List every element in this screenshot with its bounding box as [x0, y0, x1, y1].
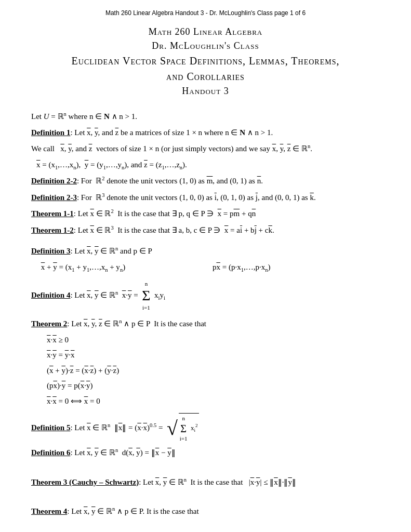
z-vec: z — [115, 128, 119, 137]
y-vec: y — [95, 128, 98, 137]
definition-1: Definition 1: Let x, y, and z be a matri… — [31, 126, 380, 140]
def5-label: Definition 5 — [31, 423, 70, 432]
definition-3-equations: x + y = (x1 + y1,…,xn + yn) px = (p·x1,…… — [31, 261, 380, 275]
page: Math 260 Linear Algebra Handout 3 - Dr. … — [0, 0, 411, 532]
title-line1: Math 260 Linear Algebra — [31, 25, 380, 39]
thm1-1-label: Theorem 1-1 — [31, 209, 74, 218]
definition-2-3: Definition 2-3: For ℝ3 denote the unit v… — [31, 191, 380, 205]
theorem-2-head: Theorem 2: Let x, y, z ∈ ℝn ∧ p ∈ P It i… — [31, 317, 380, 331]
page-header: Math 260 Linear Algebra Handout 3 - Dr. … — [31, 9, 380, 17]
def4-sum: n Σ i=1 — [142, 279, 150, 313]
thm2-line4: (px)·y = p(x·y) — [47, 379, 380, 393]
title-line4: and Corollaries — [31, 69, 380, 84]
definition-6: Definition 6: Let x, y ∈ ℝn d(x, y) = ‖x… — [31, 446, 380, 460]
vectors-components: x = (x1,…,xn), y = (y1,…,yn), and z = (z… — [36, 158, 380, 172]
thm2-line3: (x + y)·z = (x·z) + (y·z) — [47, 364, 380, 378]
def5-sqrt: √ n Σ i=1 xi2 — [167, 413, 199, 443]
def6-label: Definition 6 — [31, 448, 70, 457]
thm2-line2: x·y = y·x — [47, 349, 380, 362]
content-area: Let U = ℝn where n ∈ N ∧ n > 1. Definiti… — [31, 110, 380, 518]
thm3-label: Theorem 3 (Cauchy – Schwartz) — [31, 478, 139, 486]
thm2-line5: x·x = 0 ⟺ x = 0 — [47, 395, 380, 408]
vectors-intro: We call x, y, and z vectors of size 1 × … — [31, 142, 380, 156]
theorem-4: Theorem 4: Let x, y ∈ ℝn ∧ p ∈ P. It is … — [31, 504, 380, 518]
definition-2-2: Definition 2-2: For ℝ2 denote the unit v… — [31, 174, 380, 188]
title-line2: Dr. McLoughlin's Class — [31, 39, 380, 53]
def3-scalar: px = (p·x1,…,p·xn) — [213, 261, 380, 275]
theorem-3: Theorem 3 (Cauchy – Schwartz): Let x, y … — [31, 475, 380, 489]
def4-label: Definition 4 — [31, 291, 70, 299]
definition-3-head: Definition 3: Let x, y ∈ ℝn and p ∈ P — [31, 244, 380, 258]
def3-addition: x + y = (x1 + y1,…,xn + yn) — [31, 261, 206, 275]
title-block: Math 260 Linear Algebra Dr. McLoughlin's… — [31, 25, 380, 98]
header-text: Math 260 Linear Algebra Handout 3 - Dr. … — [105, 9, 306, 17]
definition-5: Definition 5: Let x ∈ ℝn ‖x‖ = (x·x)0.5 … — [31, 413, 380, 443]
theorem-1-1: Theorem 1-1: Let x ∈ ℝ2 It is the case t… — [31, 207, 380, 221]
x-vec: x — [87, 128, 91, 137]
definition-4: Definition 4: Let x, y ∈ ℝn x·y = n Σ i=… — [31, 279, 380, 313]
thm2-line1: x·x ≥ 0 — [47, 334, 380, 347]
intro-text: Let U = ℝn where n ∈ N ∧ n > 1. — [31, 110, 380, 124]
title-line5: Handout 3 — [31, 84, 380, 98]
theorem-1-2: Theorem 1-2: Let x ∈ ℝ3 It is the case t… — [31, 223, 380, 237]
def1-label: Definition 1 — [31, 128, 70, 137]
thm2-label: Theorem 2 — [31, 320, 67, 328]
def2-3-label: Definition 2-3 — [31, 193, 77, 202]
def2-2-label: Definition 2-2 — [31, 177, 77, 185]
title-line3: Euclidean Vector Space Definitions, Lemm… — [31, 53, 380, 69]
def3-label: Definition 3 — [31, 247, 70, 255]
thm4-label: Theorem 4 — [31, 507, 67, 515]
thm1-2-label: Theorem 1-2 — [31, 226, 74, 234]
